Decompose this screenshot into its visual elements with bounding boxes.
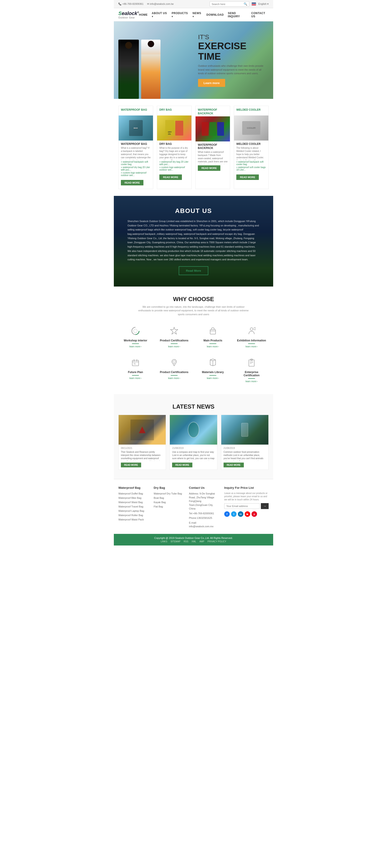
footer-bottom-privacy[interactable]: PRIVACY POLICY: [207, 540, 226, 543]
footer-link-bike[interactable]: Waterproof Bike Bag: [118, 497, 141, 499]
product-link-wb-1[interactable]: waterproof backpack soft cooler bag: [121, 161, 151, 165]
why-learn-more-workshop[interactable]: learn more: [121, 345, 150, 348]
read-more-wb[interactable]: READ MORE: [121, 180, 143, 185]
why-divider-4: [248, 343, 255, 344]
news-text-2: Use a compass and map to find your way L…: [172, 451, 215, 461]
social-linkedin[interactable]: in: [238, 511, 244, 517]
product-link-wb-3[interactable]: custom logo waterproof outdoor wet...: [121, 172, 151, 177]
language-button[interactable]: English ▾: [258, 2, 269, 5]
footer-link-waist[interactable]: Waterproof Waist Bag: [118, 501, 143, 503]
workshop-icon: [130, 325, 141, 337]
footer-link-boat[interactable]: Boat Bag: [154, 497, 164, 499]
logo-text: Sealock®: [118, 10, 139, 17]
social-youtube[interactable]: ▶: [245, 511, 250, 517]
footer-link-flat[interactable]: Flat Bag: [154, 505, 163, 508]
footer-bottom-sitemap[interactable]: SITEMAP: [170, 540, 181, 543]
news-read-more-3[interactable]: Read More: [224, 463, 244, 467]
footer-link-laptop[interactable]: Waterproof Laptop Bag: [118, 509, 144, 512]
svg-rect-6: [132, 360, 139, 366]
svg-point-12: [172, 360, 176, 364]
news-read-more-2[interactable]: Read More: [172, 463, 192, 467]
search-box[interactable]: 🔍: [209, 1, 249, 7]
why-item-cert2: Product Certifications learn more: [157, 354, 191, 385]
about-content: ABOUT US Shenzhen Sealock Outdoor Group …: [121, 207, 266, 275]
footer-link-kayak[interactable]: Kayak Bag: [154, 501, 166, 503]
why-learn-more-main-products[interactable]: learn more: [198, 345, 228, 348]
product-title-wb: WATERPROOF BAG: [119, 106, 153, 116]
read-more-db[interactable]: READ MORE: [159, 175, 182, 180]
logo-subtitle: Outdoor Gear: [118, 17, 135, 19]
hero-content: IT'S_ EXERCISE TIME Outdoor enthusiasts …: [198, 33, 266, 87]
hero-section: IT'S_ EXERCISE TIME Outdoor enthusiasts …: [114, 22, 273, 99]
nav-about[interactable]: ABOUT US: [152, 11, 167, 18]
news-image-2: [170, 415, 217, 444]
why-learn-more-cert2[interactable]: learn more: [159, 377, 189, 379]
product-image-bp: [196, 116, 230, 142]
why-learn-more-future[interactable]: learn more: [121, 377, 150, 379]
product-link-wc-2[interactable]: waterproof soft cooler bags 18 Liter...: [236, 166, 266, 171]
footer: Waterproof Bag Waterproof Duffel Bag Wat…: [114, 479, 273, 546]
footer-col1-links: Waterproof Duffel Bag Waterproof Bike Ba…: [118, 492, 149, 521]
footer-col2-title: Dry Bag: [154, 486, 184, 490]
product-link-wc-1[interactable]: waterproof backpack soft cooler bag: [236, 161, 266, 165]
why-item-certifications: Product Certifications learn more: [157, 323, 191, 350]
social-twitter[interactable]: t: [231, 511, 236, 517]
product-link-db-2[interactable]: custom logo waterproof outdoor wet...: [159, 166, 189, 171]
why-learn-more-materials[interactable]: learn more: [198, 377, 228, 379]
product-link-wb-2[interactable]: waterproof dry bag 20 Liter with poc...: [121, 166, 151, 171]
why-item-future-plan-title: Future Plan: [121, 371, 150, 374]
social-pinterest[interactable]: p: [252, 511, 257, 517]
news-card-3: 21/08/2019 Common outdoor food preservat…: [221, 415, 269, 470]
future-plan-icon: [130, 357, 141, 368]
news-card-1: 09/11/2021 Ther Sealock and Reanson join…: [118, 415, 166, 470]
product-link-db-1[interactable]: waterproof dry bag 20 Liter with poc...: [159, 161, 189, 165]
nav-products[interactable]: PRODUCTS: [172, 11, 189, 18]
nav-contact[interactable]: CONTACT US: [251, 11, 269, 18]
search-button[interactable]: 🔍: [244, 2, 247, 6]
footer-col-waterproof: Waterproof Bag Waterproof Duffel Bag Wat…: [118, 486, 149, 529]
nav-send-inquiry[interactable]: SEND INQUIRY: [228, 11, 247, 18]
footer-link-waist-pack[interactable]: Waterproof Waist Pack: [118, 518, 144, 521]
person-1: [118, 40, 139, 99]
footer-email-input[interactable]: [224, 503, 260, 509]
why-divider-6: [171, 375, 178, 376]
product-name-bp: WATERPROOF BACKPACK: [196, 142, 230, 151]
news-title: LATEST NEWS: [118, 403, 269, 410]
nav-home[interactable]: HOME: [139, 13, 148, 17]
footer-bottom-links[interactable]: LINKS: [161, 540, 167, 543]
hero-learn-more-button[interactable]: Learn more: [198, 79, 225, 87]
news-read-more-1[interactable]: Read More: [121, 463, 141, 467]
why-choose-subtitle: We are committed to go into nature, into…: [137, 305, 250, 316]
main-products-icon: [207, 325, 219, 337]
search-input[interactable]: [212, 3, 244, 5]
header: Sealock® Outdoor Gear HOME ABOUT US PROD…: [114, 8, 273, 22]
product-image-wb: BAG: [119, 116, 153, 141]
about-read-more-button[interactable]: Read More: [179, 266, 208, 275]
footer-bottom-rss[interactable]: RSS: [184, 540, 189, 543]
footer-link-travel[interactable]: Waterproof Travel Bag: [118, 505, 143, 508]
nav-download[interactable]: DOWNLOAD: [206, 13, 224, 17]
footer-bottom-amp[interactable]: AMP: [199, 540, 204, 543]
why-learn-more-enterprise[interactable]: learn more: [237, 380, 266, 383]
news-grid: 09/11/2021 Ther Sealock and Reanson join…: [118, 415, 269, 470]
why-item-exhibition: Exhibition Information learn more: [234, 323, 269, 350]
why-learn-more-cert[interactable]: learn more: [159, 345, 189, 348]
read-more-wc[interactable]: READ MORE: [236, 175, 259, 180]
social-facebook[interactable]: f: [224, 511, 230, 517]
nav-news[interactable]: NEWS: [193, 11, 202, 18]
footer-email-submit[interactable]: →: [261, 503, 269, 509]
footer-link-roller[interactable]: Waterproof Roller Bag: [118, 514, 143, 517]
product-card-cooler: WELDED COOLER COOLER WELDED COOLER The f…: [234, 106, 269, 189]
product-desc-bp: What makes a waterproof backpack ? Made …: [196, 151, 230, 164]
footer-bottom-links: LINKS SITEMAP RSS XML AMP PRIVACY POLICY: [118, 540, 269, 543]
footer-link-duffel[interactable]: Waterproof Duffel Bag: [118, 492, 143, 495]
why-divider-2: [171, 343, 178, 344]
read-more-bp[interactable]: READ MORE: [198, 165, 220, 171]
news-text-3: Common outdoor food preservation methods…: [224, 451, 266, 461]
footer-link-tube[interactable]: Waterproof Dry Tube Bag: [154, 492, 182, 495]
product-links-wb: waterproof backpack soft cooler bag wate…: [119, 161, 153, 179]
why-grid-row1: Workshop interior learn more Product Cer…: [118, 323, 269, 350]
footer-bottom-xml[interactable]: XML: [191, 540, 196, 543]
product-name-wb: WATERPROOF BAG: [119, 141, 153, 147]
why-learn-more-exhibition[interactable]: learn more: [237, 345, 266, 348]
